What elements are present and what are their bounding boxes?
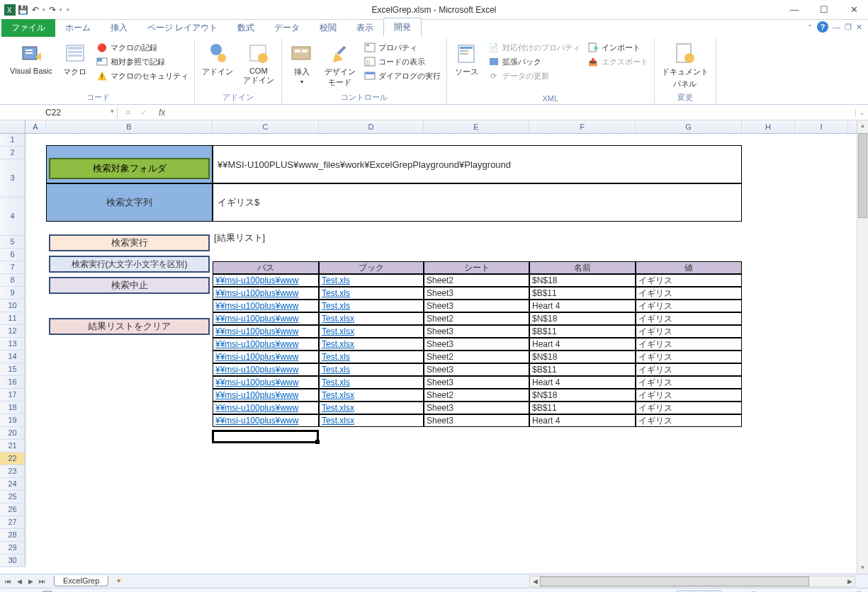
col-header-H[interactable]: H <box>742 120 795 133</box>
ribbon-collapse-icon[interactable]: ⌃ <box>807 23 813 31</box>
result-cell[interactable]: イギリス <box>636 338 742 351</box>
result-cell[interactable]: Sheet3 <box>424 363 529 376</box>
result-cell[interactable]: Sheet2 <box>424 389 529 402</box>
result-cell[interactable]: Test.xlsx <box>319 325 424 338</box>
result-cell[interactable]: Test.xls <box>319 363 424 376</box>
result-link[interactable]: Test.xlsx <box>322 339 354 349</box>
result-link[interactable]: ¥¥msi-u100plus¥www <box>215 326 298 336</box>
result-cell[interactable]: Test.xls <box>319 376 424 389</box>
row-header-11[interactable]: 11 <box>0 312 26 325</box>
row-header-16[interactable]: 16 <box>0 376 26 389</box>
result-cell[interactable]: Heart 4 <box>529 300 636 312</box>
row-header-10[interactable]: 10 <box>0 300 26 312</box>
result-link[interactable]: ¥¥msi-u100plus¥www <box>215 339 298 349</box>
result-link[interactable]: ¥¥msi-u100plus¥www <box>215 314 298 324</box>
result-link[interactable]: ¥¥msi-u100plus¥www <box>215 377 298 387</box>
result-cell[interactable]: ¥¥msi-u100plus¥www <box>213 338 319 351</box>
search-value-cell[interactable]: イギリス$ <box>213 183 742 222</box>
name-box[interactable]: C22 <box>40 106 118 119</box>
result-cell[interactable]: $N$18 <box>529 312 636 325</box>
result-cell[interactable]: ¥¥msi-u100plus¥www <box>213 274 319 287</box>
result-cell[interactable]: ¥¥msi-u100plus¥www <box>213 325 319 338</box>
row-header-29[interactable]: 29 <box>0 542 26 554</box>
tab-nav-next[interactable]: ▶ <box>26 578 35 585</box>
result-cell[interactable]: ¥¥msi-u100plus¥www <box>213 287 319 300</box>
docpanel-button[interactable]: ドキュメント パネル <box>659 41 711 91</box>
row-header-2[interactable]: 2 <box>0 147 26 159</box>
result-cell[interactable]: Test.xls <box>319 287 424 300</box>
help-icon[interactable]: ? <box>817 21 828 33</box>
xml-expansion-button[interactable]: 拡張パック <box>487 55 582 68</box>
result-cell[interactable]: イギリス <box>636 325 742 338</box>
result-cell[interactable]: Test.xlsx <box>319 338 424 351</box>
result-link[interactable]: Test.xls <box>322 301 350 311</box>
result-cell[interactable]: イギリス <box>636 312 742 325</box>
result-cell[interactable]: $N$18 <box>529 389 636 402</box>
result-cell[interactable]: イギリス <box>636 402 742 414</box>
visual-basic-button[interactable]: Visual Basic <box>7 41 55 91</box>
result-cell[interactable]: $B$11 <box>529 325 636 338</box>
result-link[interactable]: ¥¥msi-u100plus¥www <box>215 301 298 311</box>
row-header-14[interactable]: 14 <box>0 351 26 363</box>
result-link[interactable]: Test.xlsx <box>322 416 354 426</box>
tab-nav-last[interactable]: ⏭ <box>37 578 47 585</box>
result-link[interactable]: ¥¥msi-u100plus¥www <box>215 352 298 362</box>
result-cell[interactable]: Heart 4 <box>529 338 636 351</box>
result-cell[interactable]: イギリス <box>636 376 742 389</box>
run-dialog-button[interactable]: ダイアログの実行 <box>363 69 442 82</box>
row-header-6[interactable]: 6 <box>0 249 26 261</box>
row-header-9[interactable]: 9 <box>0 287 26 300</box>
result-cell[interactable]: ¥¥msi-u100plus¥www <box>213 376 319 389</box>
result-link[interactable]: ¥¥msi-u100plus¥www <box>215 403 298 413</box>
row-header-21[interactable]: 21 <box>0 440 26 452</box>
result-link[interactable]: Test.xlsx <box>322 403 354 413</box>
row-header-8[interactable]: 8 <box>0 274 26 287</box>
file-tab[interactable]: ファイル <box>1 19 55 37</box>
result-cell[interactable]: Test.xlsx <box>319 312 424 325</box>
macro-security-button[interactable]: ⚠️マクロのセキュリティ <box>95 69 190 82</box>
result-link[interactable]: Test.xlsx <box>322 314 354 324</box>
result-link[interactable]: ¥¥msi-u100plus¥www <box>215 390 298 400</box>
result-cell[interactable]: Sheet3 <box>424 338 529 351</box>
tab-insert[interactable]: 挿入 <box>101 19 137 37</box>
result-cell[interactable]: $B$11 <box>529 402 636 414</box>
row-header-22[interactable]: 22 <box>0 452 26 465</box>
result-cell[interactable]: Sheet3 <box>424 414 529 427</box>
minimize-button[interactable]: — <box>784 3 804 17</box>
result-cell[interactable]: Sheet3 <box>424 376 529 389</box>
insert-control-button[interactable]: 挿入▾ <box>286 41 317 91</box>
window-minimize-icon[interactable]: — <box>833 23 840 31</box>
row-header-30[interactable]: 30 <box>0 554 26 567</box>
result-link[interactable]: ¥¥msi-u100plus¥www <box>215 275 298 285</box>
result-cell[interactable]: Sheet2 <box>424 312 529 325</box>
execute-search-case-button[interactable]: 検索実行(大文字小文字を区別) <box>49 256 210 273</box>
row-header-1[interactable]: 1 <box>0 134 26 147</box>
xml-source-button[interactable]: ソース <box>451 41 483 93</box>
col-header-F[interactable]: F <box>529 120 636 133</box>
select-all-corner[interactable] <box>0 120 26 133</box>
result-cell[interactable]: イギリス <box>636 351 742 363</box>
row-header-5[interactable]: 5 <box>0 236 26 249</box>
row-header-20[interactable]: 20 <box>0 427 26 440</box>
formula-input[interactable] <box>174 108 855 118</box>
result-cell[interactable]: $B$11 <box>529 363 636 376</box>
result-cell[interactable]: Sheet3 <box>424 402 529 414</box>
view-code-button[interactable]: {}コードの表示 <box>363 55 442 68</box>
execute-search-button[interactable]: 検索実行 <box>49 234 210 251</box>
maximize-button[interactable]: ☐ <box>814 3 834 17</box>
close-button[interactable]: ✕ <box>844 3 864 17</box>
select-folder-button[interactable]: 検索対象フォルダ <box>49 158 210 179</box>
row-header-4[interactable]: 4 <box>0 198 26 236</box>
result-cell[interactable]: イギリス <box>636 287 742 300</box>
result-cell[interactable]: $B$11 <box>529 287 636 300</box>
macros-button[interactable]: マクロ <box>60 41 91 91</box>
row-header-17[interactable]: 17 <box>0 389 26 402</box>
row-header-13[interactable]: 13 <box>0 338 26 351</box>
result-cell[interactable]: イギリス <box>636 414 742 427</box>
row-header-23[interactable]: 23 <box>0 465 26 478</box>
result-cell[interactable]: Test.xls <box>319 300 424 312</box>
result-link[interactable]: ¥¥msi-u100plus¥www <box>215 365 298 375</box>
col-header-I[interactable]: I <box>795 120 848 133</box>
result-cell[interactable]: イギリス <box>636 389 742 402</box>
col-header-C[interactable]: C <box>213 120 319 133</box>
